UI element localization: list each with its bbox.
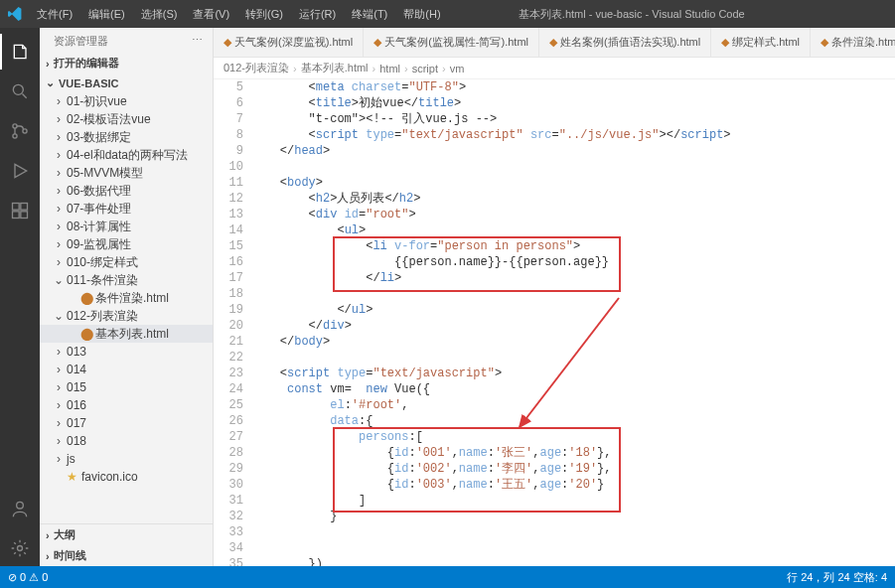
- menu-file[interactable]: 文件(F): [30, 3, 79, 26]
- sidebar: 资源管理器 ⋯ ›打开的编辑器 ⌄VUE-BASIC ›01-初识vue›02-…: [40, 28, 214, 566]
- editor-tabs: ◆天气案例(深度监视).html◆天气案例(监视属性-简写).html◆姓名案例…: [214, 28, 895, 58]
- svg-rect-7: [21, 212, 28, 219]
- svg-rect-6: [13, 212, 20, 219]
- tree-item[interactable]: ›01-初识vue: [40, 92, 213, 110]
- breadcrumb-item[interactable]: html: [379, 63, 400, 74]
- breadcrumb-item[interactable]: vm: [450, 63, 465, 74]
- account-icon[interactable]: [0, 491, 40, 526]
- tree-item[interactable]: ›03-数据绑定: [40, 128, 213, 146]
- tree-item[interactable]: ›05-MVVM模型: [40, 164, 213, 182]
- menu-help[interactable]: 帮助(H): [396, 3, 447, 26]
- tree-item[interactable]: ›016: [40, 396, 213, 414]
- line-gutter: 5678910111213141516171819202122232425262…: [214, 79, 251, 566]
- search-icon[interactable]: [0, 74, 40, 109]
- run-debug-icon[interactable]: [0, 153, 40, 189]
- menu-run[interactable]: 运行(R): [292, 3, 343, 26]
- timeline-section[interactable]: ›时间线: [40, 545, 213, 566]
- tree-item[interactable]: ⬤条件渲染.html: [40, 289, 213, 307]
- svg-point-2: [13, 134, 17, 138]
- outline-section[interactable]: ›大纲: [40, 524, 213, 545]
- breadcrumb-item[interactable]: 012-列表渲染: [224, 61, 289, 75]
- tree-item[interactable]: ›010-绑定样式: [40, 253, 213, 271]
- editor-area: ◆天气案例(深度监视).html◆天气案例(监视属性-简写).html◆姓名案例…: [214, 28, 895, 566]
- tree-item[interactable]: ›08-计算属性: [40, 218, 213, 235]
- tree-item[interactable]: ›017: [40, 414, 213, 432]
- extensions-icon[interactable]: [0, 193, 40, 228]
- titlebar: 文件(F) 编辑(E) 选择(S) 查看(V) 转到(G) 运行(R) 终端(T…: [0, 0, 895, 28]
- svg-rect-4: [13, 204, 20, 211]
- source-control-icon[interactable]: [0, 113, 40, 149]
- editor-tab[interactable]: ◆天气案例(监视属性-简写).html: [364, 28, 539, 57]
- breadcrumbs[interactable]: 012-列表渲染›基本列表.html›html›script›vm: [214, 58, 895, 79]
- editor-tab[interactable]: ◆条件渲染.html: [811, 28, 895, 57]
- tree-item[interactable]: ⬤基本列表.html: [40, 325, 213, 343]
- svg-point-3: [23, 129, 27, 133]
- menu-go[interactable]: 转到(G): [238, 3, 290, 26]
- status-bar: ⊘ 0 ⚠ 0 行 24，列 24 空格: 4: [0, 566, 895, 588]
- editor-tab[interactable]: ◆天气案例(深度监视).html: [214, 28, 364, 57]
- tree-item[interactable]: ›014: [40, 361, 213, 378]
- editor-tab[interactable]: ◆绑定样式.html: [711, 28, 811, 57]
- activity-bar: [0, 28, 40, 566]
- gear-icon[interactable]: [0, 530, 40, 566]
- sidebar-title: 资源管理器 ⋯: [40, 28, 213, 53]
- menu-terminal[interactable]: 终端(T): [345, 3, 394, 26]
- breadcrumb-item[interactable]: script: [412, 63, 438, 74]
- status-problems[interactable]: ⊘ 0 ⚠ 0: [8, 571, 48, 584]
- tree-item[interactable]: ⌄012-列表渲染: [40, 307, 213, 325]
- svg-point-1: [13, 124, 17, 128]
- tree-item[interactable]: ›09-监视属性: [40, 235, 213, 253]
- svg-point-0: [13, 84, 23, 94]
- svg-point-8: [17, 502, 24, 509]
- menu-edit[interactable]: 编辑(E): [81, 3, 132, 26]
- breadcrumb-item[interactable]: 基本列表.html: [301, 61, 369, 75]
- vscode-logo-icon: [8, 7, 22, 21]
- tree-item[interactable]: ›js: [40, 450, 213, 468]
- menu-view[interactable]: 查看(V): [186, 3, 236, 26]
- editor-tab[interactable]: ◆姓名案例(插值语法实现).html: [539, 28, 711, 57]
- tree-item[interactable]: ›02-模板语法vue: [40, 110, 213, 128]
- menu-selection[interactable]: 选择(S): [134, 3, 185, 26]
- svg-point-9: [18, 546, 23, 551]
- files-icon[interactable]: [0, 34, 40, 70]
- tree-item[interactable]: ›015: [40, 378, 213, 396]
- tree-item[interactable]: ›013: [40, 343, 213, 361]
- project-section[interactable]: ⌄VUE-BASIC: [40, 74, 213, 92]
- menu-bar: 文件(F) 编辑(E) 选择(S) 查看(V) 转到(G) 运行(R) 终端(T…: [30, 3, 448, 26]
- tree-item[interactable]: ★favicon.ico: [40, 468, 213, 486]
- window-title: 基本列表.html - vue-basic - Visual Studio Co…: [448, 7, 816, 22]
- tree-item[interactable]: ›04-el和data的两种写法: [40, 146, 213, 164]
- status-cursor-position[interactable]: 行 24，列 24 空格: 4: [787, 570, 887, 585]
- code-lines[interactable]: <meta charset="UTF-8"> <title>初始vue</tit…: [251, 79, 895, 566]
- more-icon[interactable]: ⋯: [192, 34, 203, 49]
- tree-item[interactable]: ›018: [40, 432, 213, 450]
- tree-item[interactable]: ⌄011-条件渲染: [40, 271, 213, 289]
- code-editor[interactable]: 5678910111213141516171819202122232425262…: [214, 79, 895, 566]
- tree-item[interactable]: ›07-事件处理: [40, 200, 213, 218]
- open-editors-section[interactable]: ›打开的编辑器: [40, 53, 213, 74]
- file-tree: ›01-初识vue›02-模板语法vue›03-数据绑定›04-el和data的…: [40, 92, 213, 523]
- svg-rect-5: [21, 204, 28, 211]
- tree-item[interactable]: ›06-数据代理: [40, 182, 213, 200]
